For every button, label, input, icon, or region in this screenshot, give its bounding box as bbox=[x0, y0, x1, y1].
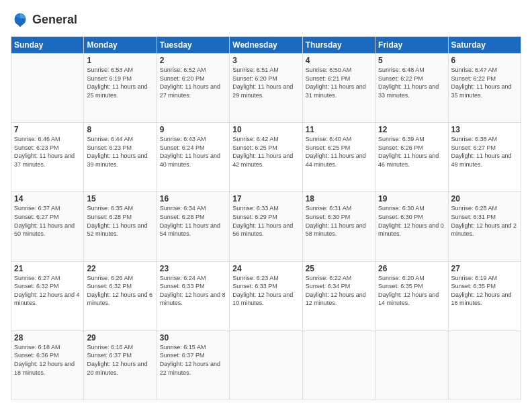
day-number: 30 bbox=[160, 333, 226, 342]
calendar-cell: 20Sunrise: 6:28 AM Sunset: 6:31 PM Dayli… bbox=[448, 192, 521, 261]
day-info: Sunrise: 6:34 AM Sunset: 6:28 PM Dayligh… bbox=[160, 204, 226, 238]
calendar-cell: 10Sunrise: 6:42 AM Sunset: 6:25 PM Dayli… bbox=[230, 123, 302, 192]
calendar-cell: 7Sunrise: 6:46 AM Sunset: 6:23 PM Daylig… bbox=[11, 123, 84, 192]
day-number: 25 bbox=[306, 264, 372, 273]
day-number: 4 bbox=[306, 56, 372, 65]
calendar-cell: 28Sunrise: 6:18 AM Sunset: 6:36 PM Dayli… bbox=[11, 330, 84, 400]
day-info: Sunrise: 6:47 AM Sunset: 6:22 PM Dayligh… bbox=[451, 66, 518, 99]
day-number: 12 bbox=[378, 125, 445, 134]
calendar-cell: 6Sunrise: 6:47 AM Sunset: 6:22 PM Daylig… bbox=[448, 54, 521, 123]
day-info: Sunrise: 6:50 AM Sunset: 6:21 PM Dayligh… bbox=[306, 66, 372, 99]
day-number: 29 bbox=[87, 333, 153, 342]
day-number: 20 bbox=[451, 194, 518, 203]
calendar-cell bbox=[448, 330, 521, 400]
day-number: 16 bbox=[160, 194, 226, 203]
header: General bbox=[11, 11, 521, 30]
calendar-cell: 29Sunrise: 6:16 AM Sunset: 6:37 PM Dayli… bbox=[84, 330, 157, 400]
day-number: 21 bbox=[14, 264, 81, 273]
day-info: Sunrise: 6:27 AM Sunset: 6:32 PM Dayligh… bbox=[14, 274, 81, 308]
day-info: Sunrise: 6:40 AM Sunset: 6:25 PM Dayligh… bbox=[306, 135, 372, 169]
day-number: 1 bbox=[87, 56, 153, 65]
calendar-header-row: SundayMondayTuesdayWednesdayThursdayFrid… bbox=[11, 37, 521, 54]
day-number: 7 bbox=[14, 125, 81, 134]
day-info: Sunrise: 6:52 AM Sunset: 6:20 PM Dayligh… bbox=[160, 66, 226, 99]
day-number: 11 bbox=[306, 125, 372, 134]
calendar-cell: 19Sunrise: 6:30 AM Sunset: 6:30 PM Dayli… bbox=[375, 192, 448, 261]
calendar-cell: 1Sunrise: 6:53 AM Sunset: 6:19 PM Daylig… bbox=[84, 54, 157, 123]
day-number: 9 bbox=[160, 125, 226, 134]
day-info: Sunrise: 6:37 AM Sunset: 6:27 PM Dayligh… bbox=[14, 204, 81, 238]
calendar-cell: 27Sunrise: 6:19 AM Sunset: 6:35 PM Dayli… bbox=[448, 261, 521, 330]
calendar-cell: 2Sunrise: 6:52 AM Sunset: 6:20 PM Daylig… bbox=[157, 54, 229, 123]
day-number: 28 bbox=[14, 333, 81, 342]
day-info: Sunrise: 6:42 AM Sunset: 6:25 PM Dayligh… bbox=[232, 135, 299, 169]
day-number: 27 bbox=[451, 264, 518, 273]
logo: General bbox=[11, 11, 77, 30]
logo-icon bbox=[11, 11, 30, 30]
calendar-cell: 3Sunrise: 6:51 AM Sunset: 6:20 PM Daylig… bbox=[230, 54, 302, 123]
day-info: Sunrise: 6:46 AM Sunset: 6:23 PM Dayligh… bbox=[14, 135, 81, 169]
page: General SundayMondayTuesdayWednesdayThur… bbox=[0, 0, 532, 411]
day-number: 3 bbox=[232, 56, 299, 65]
calendar-cell: 9Sunrise: 6:43 AM Sunset: 6:24 PM Daylig… bbox=[157, 123, 229, 192]
day-info: Sunrise: 6:28 AM Sunset: 6:31 PM Dayligh… bbox=[451, 204, 518, 238]
calendar-cell: 25Sunrise: 6:22 AM Sunset: 6:34 PM Dayli… bbox=[302, 261, 375, 330]
logo-general: General bbox=[32, 13, 77, 27]
calendar-cell: 13Sunrise: 6:38 AM Sunset: 6:27 PM Dayli… bbox=[448, 123, 521, 192]
day-info: Sunrise: 6:15 AM Sunset: 6:37 PM Dayligh… bbox=[160, 343, 226, 377]
calendar-cell: 23Sunrise: 6:24 AM Sunset: 6:33 PM Dayli… bbox=[157, 261, 229, 330]
day-info: Sunrise: 6:35 AM Sunset: 6:28 PM Dayligh… bbox=[87, 204, 153, 238]
weekday-header-wednesday: Wednesday bbox=[230, 37, 302, 54]
weekday-header-tuesday: Tuesday bbox=[157, 37, 229, 54]
calendar-cell bbox=[302, 330, 375, 400]
calendar-cell: 22Sunrise: 6:26 AM Sunset: 6:32 PM Dayli… bbox=[84, 261, 157, 330]
day-number: 2 bbox=[160, 56, 226, 65]
calendar-cell: 18Sunrise: 6:31 AM Sunset: 6:30 PM Dayli… bbox=[302, 192, 375, 261]
day-info: Sunrise: 6:39 AM Sunset: 6:26 PM Dayligh… bbox=[378, 135, 445, 169]
day-number: 22 bbox=[87, 264, 153, 273]
weekday-header-saturday: Saturday bbox=[448, 37, 521, 54]
weekday-header-thursday: Thursday bbox=[302, 37, 375, 54]
calendar-week-5: 28Sunrise: 6:18 AM Sunset: 6:36 PM Dayli… bbox=[11, 330, 521, 400]
day-info: Sunrise: 6:26 AM Sunset: 6:32 PM Dayligh… bbox=[87, 274, 153, 308]
calendar-cell: 21Sunrise: 6:27 AM Sunset: 6:32 PM Dayli… bbox=[11, 261, 84, 330]
calendar-week-3: 14Sunrise: 6:37 AM Sunset: 6:27 PM Dayli… bbox=[11, 192, 521, 261]
calendar-cell: 12Sunrise: 6:39 AM Sunset: 6:26 PM Dayli… bbox=[375, 123, 448, 192]
calendar-cell: 30Sunrise: 6:15 AM Sunset: 6:37 PM Dayli… bbox=[157, 330, 229, 400]
day-info: Sunrise: 6:43 AM Sunset: 6:24 PM Dayligh… bbox=[160, 135, 226, 169]
day-info: Sunrise: 6:23 AM Sunset: 6:33 PM Dayligh… bbox=[232, 274, 299, 308]
calendar-week-1: 1Sunrise: 6:53 AM Sunset: 6:19 PM Daylig… bbox=[11, 54, 521, 123]
day-number: 6 bbox=[451, 56, 518, 65]
day-info: Sunrise: 6:18 AM Sunset: 6:36 PM Dayligh… bbox=[14, 343, 81, 377]
day-info: Sunrise: 6:30 AM Sunset: 6:30 PM Dayligh… bbox=[378, 204, 445, 238]
day-info: Sunrise: 6:51 AM Sunset: 6:20 PM Dayligh… bbox=[232, 66, 299, 99]
calendar-cell: 8Sunrise: 6:44 AM Sunset: 6:23 PM Daylig… bbox=[84, 123, 157, 192]
day-number: 13 bbox=[451, 125, 518, 134]
day-number: 17 bbox=[232, 194, 299, 203]
day-number: 18 bbox=[306, 194, 372, 203]
calendar-cell: 14Sunrise: 6:37 AM Sunset: 6:27 PM Dayli… bbox=[11, 192, 84, 261]
calendar-cell: 4Sunrise: 6:50 AM Sunset: 6:21 PM Daylig… bbox=[302, 54, 375, 123]
weekday-header-friday: Friday bbox=[375, 37, 448, 54]
day-info: Sunrise: 6:22 AM Sunset: 6:34 PM Dayligh… bbox=[306, 274, 372, 308]
day-info: Sunrise: 6:20 AM Sunset: 6:35 PM Dayligh… bbox=[378, 274, 445, 308]
calendar-cell: 15Sunrise: 6:35 AM Sunset: 6:28 PM Dayli… bbox=[84, 192, 157, 261]
day-info: Sunrise: 6:33 AM Sunset: 6:29 PM Dayligh… bbox=[232, 204, 299, 238]
calendar-cell: 5Sunrise: 6:48 AM Sunset: 6:22 PM Daylig… bbox=[375, 54, 448, 123]
calendar-cell: 17Sunrise: 6:33 AM Sunset: 6:29 PM Dayli… bbox=[230, 192, 302, 261]
calendar-cell: 11Sunrise: 6:40 AM Sunset: 6:25 PM Dayli… bbox=[302, 123, 375, 192]
weekday-header-sunday: Sunday bbox=[11, 37, 84, 54]
day-number: 26 bbox=[378, 264, 445, 273]
day-info: Sunrise: 6:19 AM Sunset: 6:35 PM Dayligh… bbox=[451, 274, 518, 308]
calendar-cell bbox=[375, 330, 448, 400]
day-info: Sunrise: 6:48 AM Sunset: 6:22 PM Dayligh… bbox=[378, 66, 445, 99]
day-number: 23 bbox=[160, 264, 226, 273]
logo-text: General bbox=[32, 13, 77, 27]
calendar-week-4: 21Sunrise: 6:27 AM Sunset: 6:32 PM Dayli… bbox=[11, 261, 521, 330]
day-info: Sunrise: 6:38 AM Sunset: 6:27 PM Dayligh… bbox=[451, 135, 518, 169]
calendar-cell: 16Sunrise: 6:34 AM Sunset: 6:28 PM Dayli… bbox=[157, 192, 229, 261]
day-number: 24 bbox=[232, 264, 299, 273]
day-info: Sunrise: 6:24 AM Sunset: 6:33 PM Dayligh… bbox=[160, 274, 226, 308]
weekday-header-monday: Monday bbox=[84, 37, 157, 54]
day-number: 5 bbox=[378, 56, 445, 65]
